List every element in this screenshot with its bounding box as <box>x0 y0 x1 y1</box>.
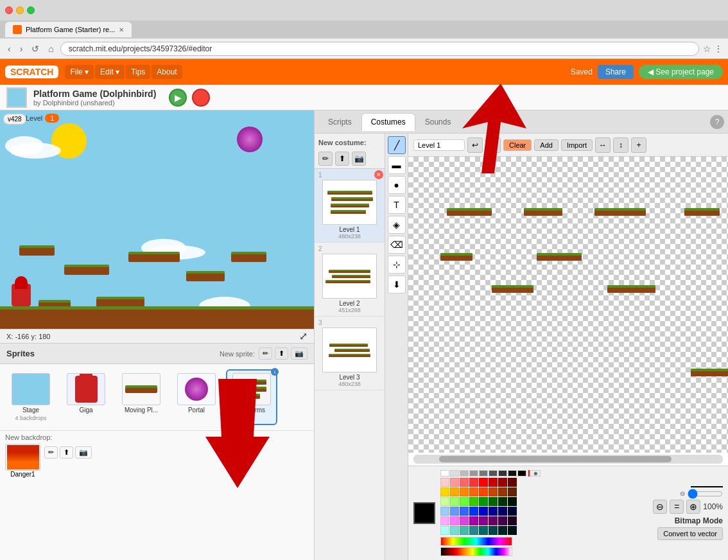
home-button[interactable]: ⌂ <box>46 42 56 55</box>
color-cell[interactable] <box>479 487 488 496</box>
minimize-button[interactable] <box>16 6 24 14</box>
color-cell[interactable] <box>460 497 469 506</box>
sprite-item-movingpl[interactable]: Moving Pl... <box>116 369 167 425</box>
color-cell[interactable] <box>450 507 459 516</box>
color-cell[interactable] <box>508 507 517 516</box>
color-cell[interactable] <box>489 507 498 516</box>
color-cell[interactable] <box>440 497 449 506</box>
rainbow-strip[interactable] <box>440 537 512 546</box>
costume-name-input[interactable] <box>413 139 465 151</box>
help-button[interactable]: ? <box>710 115 724 129</box>
color-cell[interactable] <box>450 478 459 487</box>
color-cell[interactable] <box>489 497 498 506</box>
color-cell[interactable] <box>508 497 517 506</box>
tool-text[interactable]: T <box>388 196 406 214</box>
flip-v-button[interactable]: ↕ <box>613 137 628 153</box>
zoom-in-button[interactable]: ⊕ <box>686 500 700 514</box>
clear-button[interactable]: Clear <box>503 139 532 151</box>
sprite-item-platforms[interactable]: i Platforms <box>226 369 277 425</box>
add-costume-button[interactable]: + <box>631 137 646 153</box>
tool-circle[interactable]: ● <box>388 176 406 194</box>
tab-close-icon[interactable]: ✕ <box>119 26 124 33</box>
new-backdrop-upload-button[interactable]: ⬆ <box>60 446 73 459</box>
h-scrollbar[interactable] <box>413 455 723 464</box>
color-cell[interactable] <box>508 526 517 535</box>
color-cell[interactable] <box>498 487 507 496</box>
hsb-strip[interactable] <box>440 547 512 556</box>
color-cell[interactable] <box>498 507 507 516</box>
color-cell[interactable] <box>489 526 498 535</box>
see-project-button[interactable]: ◀ See project page <box>639 65 723 79</box>
menu-edit[interactable]: Edit ▾ <box>95 65 125 79</box>
h-scrollbar-thumb[interactable] <box>439 456 672 462</box>
new-sprite-paint-button[interactable]: ✏ <box>259 347 272 360</box>
costume-tool-upload[interactable]: ⬆ <box>335 152 349 166</box>
color-black[interactable] <box>517 470 526 477</box>
import-button[interactable]: Import <box>561 139 593 151</box>
redo-button[interactable]: ↪ <box>485 137 501 153</box>
costume-tool-camera[interactable]: 📷 <box>352 152 366 166</box>
new-sprite-upload-button[interactable]: ⬆ <box>275 347 288 360</box>
color-cell[interactable] <box>460 478 469 487</box>
color-cell[interactable] <box>469 507 478 516</box>
color-cell[interactable] <box>440 516 449 525</box>
color-darkgray[interactable] <box>489 470 498 477</box>
color-nearblack[interactable] <box>508 470 517 477</box>
thickness-slider[interactable] <box>688 491 723 496</box>
color-cell[interactable] <box>469 516 478 525</box>
zoom-out-button[interactable]: ⊖ <box>653 500 667 514</box>
menu-tips[interactable]: Tips <box>126 65 150 79</box>
bookmark-icon[interactable]: ☆ <box>703 44 711 54</box>
forward-button[interactable]: › <box>17 42 26 55</box>
color-cell[interactable] <box>479 526 488 535</box>
color-cell[interactable] <box>450 487 459 496</box>
sprite-item-portal[interactable]: Portal <box>171 369 222 425</box>
color-cell[interactable] <box>460 516 469 525</box>
tool-eraser[interactable]: ⌫ <box>388 236 406 254</box>
color-cell[interactable] <box>450 516 459 525</box>
color-cell[interactable] <box>469 478 478 487</box>
menu-about[interactable]: About <box>152 65 182 79</box>
costume-item-2[interactable]: 2 Level 2 451x268 <box>315 243 385 317</box>
color-cell[interactable] <box>469 497 478 506</box>
color-cell[interactable] <box>460 526 469 535</box>
expand-icon[interactable]: ⤢ <box>299 330 308 342</box>
tool-rectangle[interactable]: ▬ <box>388 156 406 174</box>
color-cell[interactable] <box>440 487 449 496</box>
costume-item-3[interactable]: 3 Level 3 480x238 <box>315 317 385 390</box>
green-flag-button[interactable]: ▶ <box>169 89 187 107</box>
drawing-canvas[interactable] <box>408 157 728 453</box>
new-backdrop-camera-button[interactable]: 📷 <box>75 446 92 459</box>
eyedropper-tool[interactable]: ⊕ <box>530 470 541 477</box>
stop-button[interactable] <box>192 89 210 107</box>
undo-button[interactable]: ↩ <box>467 137 483 153</box>
color-lightgray[interactable] <box>450 470 459 477</box>
color-cell[interactable] <box>498 516 507 525</box>
color-cell[interactable] <box>508 516 517 525</box>
share-button[interactable]: Share <box>598 65 634 79</box>
color-cell[interactable] <box>479 478 488 487</box>
color-gray1[interactable] <box>460 470 469 477</box>
costume-tool-paint[interactable]: ✏ <box>318 152 333 166</box>
tool-stamp[interactable]: ⬇ <box>388 276 406 293</box>
color-cell[interactable] <box>508 478 517 487</box>
color-gray2[interactable] <box>469 470 478 477</box>
color-cell[interactable] <box>440 478 449 487</box>
color-cell[interactable] <box>450 526 459 535</box>
new-backdrop-paint-button[interactable]: ✏ <box>44 446 58 459</box>
color-cell[interactable] <box>489 516 498 525</box>
browser-tab[interactable]: Platform Game (Starter) re... ✕ <box>5 22 132 37</box>
sprite-item-stage[interactable]: Stage 4 backdrops <box>5 369 56 425</box>
tab-costumes[interactable]: Costumes <box>361 113 415 131</box>
color-gray3[interactable] <box>479 470 488 477</box>
tab-scripts[interactable]: Scripts <box>318 113 361 131</box>
back-button[interactable]: ‹ <box>5 42 13 55</box>
flip-h-button[interactable]: ↔ <box>595 137 611 153</box>
refresh-button[interactable]: ↺ <box>29 42 42 55</box>
settings-icon[interactable]: ⋮ <box>714 44 723 54</box>
costume-close-1[interactable]: ✕ <box>374 170 383 179</box>
zoom-fit-button[interactable]: = <box>670 500 684 514</box>
color-charcoal[interactable] <box>498 470 507 477</box>
color-cell[interactable] <box>479 507 488 516</box>
color-cell[interactable] <box>498 478 507 487</box>
